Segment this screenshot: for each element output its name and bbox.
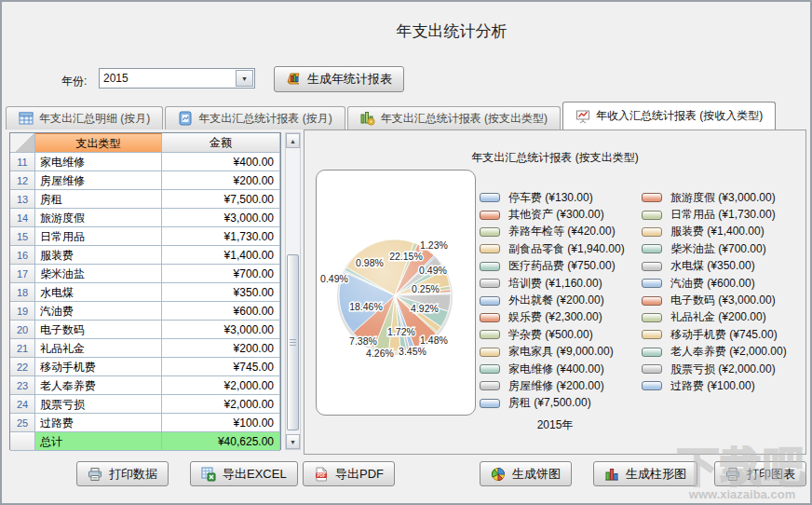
legend-column-left: 停车费 (¥130.00)其他资产 (¥300.00)养路年检等 (¥420.0… — [480, 189, 625, 412]
year-combobox[interactable]: 2015 ▼ — [99, 68, 255, 89]
table-row[interactable]: 16服装费¥1,400.00 — [10, 246, 280, 265]
table-row[interactable]: 21礼品礼金¥200.00 — [10, 339, 280, 358]
footer-button-2[interactable]: 导出EXCEL — [190, 461, 298, 486]
legend-label: 服装费 (¥1,400.00) — [670, 224, 765, 239]
legend-item: 养路年检等 (¥420.00) — [480, 224, 625, 240]
chart-3d-icon — [286, 71, 301, 89]
tab-content-panel: 年支出汇总统计报表 (按支出类型) 1.23%22.15%0.98%0.49%0… — [304, 130, 806, 455]
legend-swatch-icon — [642, 279, 662, 288]
amount-cell: ¥1,400.00 — [162, 246, 280, 265]
legend-swatch-icon — [480, 262, 500, 271]
legend-label: 老人奉养费 (¥2,000.00) — [670, 344, 787, 360]
pie-percent-label: 0.98% — [356, 257, 384, 268]
footer-button-label: 生成饼图 — [512, 466, 561, 483]
scroll-thumb[interactable] — [287, 254, 299, 430]
legend-item: 其他资产 (¥300.00) — [480, 206, 625, 223]
row-number-cell: 12 — [10, 171, 35, 190]
amount-cell: ¥400.00 — [162, 153, 280, 171]
generate-annual-report-button[interactable]: 生成年统计报表 — [274, 66, 404, 92]
column-header-amount[interactable]: 金额 — [162, 133, 280, 153]
row-number-cell: 24 — [10, 395, 35, 414]
legend-swatch-icon — [642, 348, 662, 357]
legend-item: 家电维修 (¥400.00) — [480, 361, 625, 377]
combo-dropdown-button[interactable]: ▼ — [236, 70, 253, 87]
legend-label: 过路费 (¥100.00) — [670, 378, 755, 394]
footer-button-label: 打印图表 — [747, 466, 795, 483]
tab-bar: 年支出汇总明细 (按月)年支出汇总统计报表 (按月)年支出汇总统计报表 (按支出… — [6, 106, 806, 130]
pie-percent-label: 22.15% — [389, 251, 423, 262]
scroll-up-button[interactable]: ▲ — [286, 133, 300, 148]
legend-label: 房租 (¥7,500.00) — [508, 395, 591, 411]
legend-swatch-icon — [642, 364, 662, 374]
row-number-cell: 13 — [10, 190, 35, 209]
table-row[interactable]: 19汽油费¥600.00 — [10, 302, 280, 321]
footer-button-4[interactable]: 生成饼图 — [480, 461, 572, 486]
pie-percent-label: 7.38% — [349, 335, 377, 347]
table-row[interactable]: 11家电维修¥400.00 — [10, 153, 280, 171]
legend-swatch-icon — [480, 313, 500, 322]
amount-cell: ¥200.00 — [162, 339, 280, 358]
total-label-cell: 总计 — [35, 432, 162, 451]
tab-2[interactable]: 年支出汇总统计报表 (按月) — [165, 106, 345, 130]
table-row[interactable]: 24股票亏损¥2,000.00 — [10, 395, 280, 414]
printer-icon — [725, 467, 740, 482]
legend-label: 房屋维修 (¥200.00) — [508, 378, 604, 394]
table-row[interactable]: 13房租¥7,500.00 — [10, 190, 280, 209]
pie-chart: 1.23%22.15%0.98%0.49%0.49%0.25%18.46%4.9… — [317, 171, 475, 415]
footer-button-3[interactable]: PDF导出PDF — [303, 461, 395, 486]
footer-button-label: 生成柱形图 — [626, 466, 686, 483]
table-row[interactable]: 12房屋维修¥200.00 — [10, 171, 280, 190]
amount-cell: ¥745.00 — [162, 358, 280, 376]
legend-item: 电子数码 (¥3,000.00) — [642, 292, 787, 308]
type-cell: 水电煤 — [35, 283, 162, 302]
table-row[interactable]: 22移动手机费¥745.00 — [10, 358, 280, 376]
amount-cell: ¥600.00 — [162, 302, 280, 321]
legend-item: 家电家具 (¥9,000.00) — [480, 344, 625, 361]
legend-swatch-icon — [642, 193, 662, 202]
legend-item: 服装费 (¥1,400.00) — [642, 224, 787, 240]
table-scrollbar[interactable]: ▲ ▼ — [285, 132, 301, 450]
type-cell: 旅游度假 — [35, 209, 162, 227]
amount-cell: ¥200.00 — [162, 171, 280, 190]
table-row[interactable]: 17柴米油盐¥700.00 — [10, 265, 280, 283]
legend-item: 移动手机费 (¥745.00) — [642, 326, 787, 343]
type-cell: 老人奉养费 — [35, 376, 162, 395]
table-row[interactable]: 25过路费¥100.00 — [10, 414, 280, 432]
tab-3[interactable]: 年支出汇总统计报表 (按支出类型) — [347, 106, 561, 130]
scroll-down-button[interactable]: ▼ — [286, 434, 300, 449]
chevron-down-icon: ▼ — [241, 75, 248, 82]
total-amount-cell: ¥40,625.00 — [162, 432, 280, 451]
amount-cell: ¥2,000.00 — [162, 376, 280, 395]
legend-item: 柴米油盐 (¥700.00) — [642, 240, 787, 257]
type-cell: 股票亏损 — [35, 395, 162, 414]
table-row[interactable]: 15日常用品¥1,730.00 — [10, 227, 280, 246]
pie-percent-label: 1.72% — [387, 326, 415, 337]
legend-label: 水电煤 (¥350.00) — [670, 258, 755, 274]
legend-item: 礼品礼金 (¥200.00) — [642, 309, 787, 326]
legend-swatch-icon — [480, 279, 500, 288]
type-cell: 过路费 — [35, 414, 162, 432]
footer-button-5[interactable]: 生成柱形图 — [593, 461, 697, 486]
row-number-cell: 15 — [10, 227, 35, 246]
row-number-cell: 20 — [10, 321, 35, 339]
table-row[interactable]: 18水电煤¥350.00 — [10, 283, 280, 302]
table-row[interactable]: 20电子数码¥3,000.00 — [10, 321, 280, 339]
tab-label: 年收入汇总统计报表 (按收入类型) — [596, 108, 763, 124]
table-corner-cell — [10, 133, 35, 153]
pdf-icon: PDF — [314, 467, 329, 482]
pie-percent-label: 3.45% — [399, 346, 426, 357]
amount-cell: ¥100.00 — [162, 414, 280, 432]
legend-swatch-icon — [642, 296, 662, 306]
printer-icon — [88, 467, 102, 482]
chart-year-label: 2015年 — [304, 417, 805, 433]
tab-1[interactable]: 年支出汇总明细 (按月) — [6, 106, 163, 130]
type-cell: 房租 — [35, 190, 162, 209]
footer-button-6[interactable]: 打印图表 — [714, 461, 806, 486]
amount-cell: ¥2,000.00 — [162, 395, 280, 414]
footer-button-1[interactable]: 打印数据 — [76, 461, 169, 486]
table-row[interactable]: 23老人奉养费¥2,000.00 — [10, 376, 280, 395]
table-row[interactable]: 14旅游度假¥3,000.00 — [10, 209, 280, 227]
column-header-type[interactable]: 支出类型 — [35, 133, 162, 153]
legend-item: 日常用品 (¥1,730.00) — [642, 206, 787, 223]
tab-4[interactable]: 年收入汇总统计报表 (按收入类型) — [562, 102, 776, 130]
